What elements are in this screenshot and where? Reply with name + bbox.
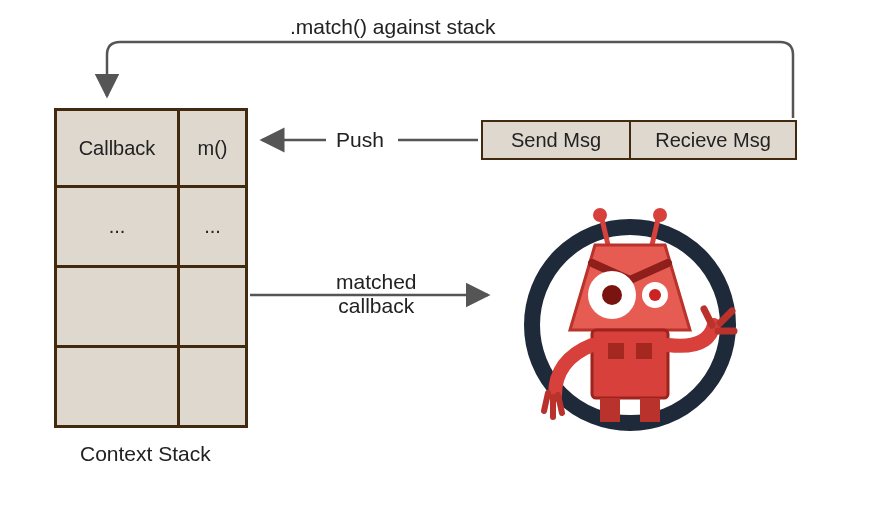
svg-point-2 xyxy=(593,208,607,222)
stack-cell: ... xyxy=(180,188,248,268)
context-stack-caption: Context Stack xyxy=(80,442,211,466)
match-arrow xyxy=(107,42,793,118)
robot-icon xyxy=(500,175,760,435)
svg-point-6 xyxy=(602,285,622,305)
svg-rect-10 xyxy=(608,343,624,359)
stack-row xyxy=(54,268,248,348)
match-against-stack-label: .match() against stack xyxy=(290,15,495,39)
stack-cell: ... xyxy=(54,188,180,268)
stack-row xyxy=(54,348,248,428)
svg-rect-9 xyxy=(592,330,668,398)
svg-point-8 xyxy=(649,289,661,301)
stack-cell xyxy=(180,268,248,348)
push-label: Push xyxy=(336,128,384,152)
stack-cell-m: m() xyxy=(180,108,248,188)
svg-point-4 xyxy=(653,208,667,222)
matched-callback-line2: callback xyxy=(336,294,417,318)
stack-cell xyxy=(54,268,180,348)
matched-callback-line1: matched xyxy=(336,270,417,294)
stack-row: Callback m() xyxy=(54,108,248,188)
matched-callback-label: matched callback xyxy=(336,270,417,318)
svg-rect-12 xyxy=(600,398,620,422)
robot-mascot xyxy=(500,175,760,439)
svg-rect-11 xyxy=(636,343,652,359)
stack-cell-callback: Callback xyxy=(54,108,180,188)
stack-row: ... ... xyxy=(54,188,248,268)
stack-cell xyxy=(180,348,248,428)
context-stack: Callback m() ... ... xyxy=(54,108,248,428)
receive-msg-box: Recieve Msg xyxy=(629,120,797,160)
svg-rect-13 xyxy=(640,398,660,422)
send-msg-box: Send Msg xyxy=(481,120,631,160)
stack-cell xyxy=(54,348,180,428)
